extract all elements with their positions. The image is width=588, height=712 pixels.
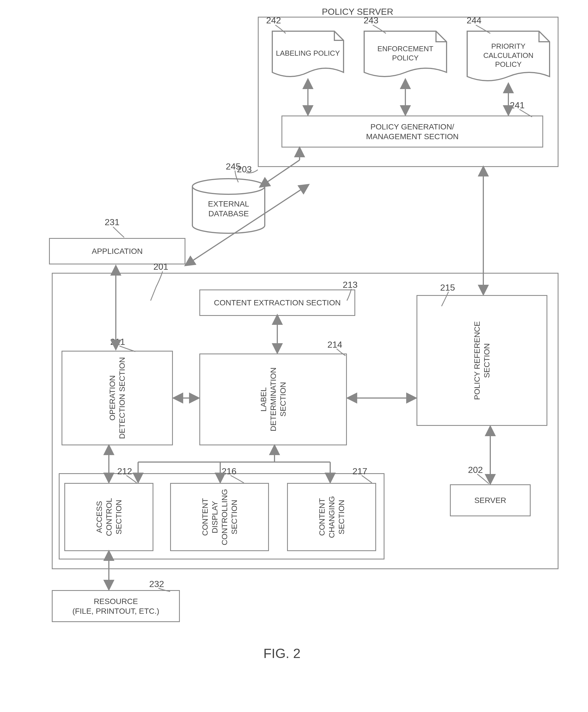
application-box: APPLICATION xyxy=(49,238,185,264)
ref-201: 201 xyxy=(153,262,168,272)
policy-gen-mgmt-label: POLICY GENERATION/ MANAGEMENT SECTION xyxy=(366,122,459,142)
operation-detection-label: OPERATION DETECTION SECTION xyxy=(107,357,127,439)
ref-217: 217 xyxy=(353,466,367,476)
server-label: SERVER xyxy=(475,495,506,505)
priority-calc-policy-doc: PRIORITY CALCULATION POLICY xyxy=(467,30,550,84)
ref-211: 211 xyxy=(110,337,125,347)
svg-point-0 xyxy=(192,179,265,194)
server-box: SERVER xyxy=(450,484,531,516)
external-database: EXTERNAL DATABASE xyxy=(191,178,266,234)
resource-box: RESOURCE (FILE, PRINTOUT, ETC.) xyxy=(52,590,180,622)
ref-213: 213 xyxy=(343,280,357,290)
ref-241: 241 xyxy=(510,100,525,110)
diagram-canvas: POLICY SERVER LABELING POLICY ENFORCEMEN… xyxy=(16,5,572,679)
enforcement-policy-doc: ENFORCEMENT POLICY xyxy=(363,30,447,79)
access-control-box: ACCESS CONTROL SECTION xyxy=(64,483,153,551)
access-control-label: ACCESS CONTROL SECTION xyxy=(94,486,124,548)
ref-245: 245 xyxy=(226,161,240,172)
policy-reference-label: POLICY REFERENCE SECTION xyxy=(472,321,492,400)
ref-215: 215 xyxy=(440,282,455,293)
label-determination-label: LABEL DETERMINATION SECTION xyxy=(259,367,288,431)
resource-label: RESOURCE (FILE, PRINTOUT, ETC.) xyxy=(72,597,159,616)
content-display-controlling-label: CONTENT DISPLAY CONTROLLING SECTION xyxy=(200,486,239,548)
figure-caption: FIG. 2 xyxy=(264,646,300,661)
application-label: APPLICATION xyxy=(91,246,143,256)
ref-216: 216 xyxy=(222,466,236,476)
ref-244: 244 xyxy=(467,15,481,26)
content-extraction-box: CONTENT EXTRACTION SECTION xyxy=(200,289,355,316)
policy-gen-mgmt-box: POLICY GENERATION/ MANAGEMENT SECTION xyxy=(281,115,543,148)
ref-242: 242 xyxy=(266,15,281,26)
ref-202: 202 xyxy=(468,465,483,475)
ref-231: 231 xyxy=(105,217,120,228)
policy-server-label: POLICY SERVER xyxy=(322,7,393,17)
content-extraction-label: CONTENT EXTRACTION SECTION xyxy=(214,298,340,307)
content-changing-label: CONTENT CHANGING SECTION xyxy=(317,486,346,548)
ref-214: 214 xyxy=(328,340,342,350)
content-changing-box: CONTENT CHANGING SECTION xyxy=(287,483,376,551)
label-determination-box: LABEL DETERMINATION SECTION xyxy=(200,353,347,445)
content-display-controlling-box: CONTENT DISPLAY CONTROLLING SECTION xyxy=(170,483,269,551)
policy-reference-box: POLICY REFERENCE SECTION xyxy=(417,295,547,426)
operation-detection-box: OPERATION DETECTION SECTION xyxy=(62,351,173,445)
labeling-policy-doc: LABELING POLICY xyxy=(272,30,344,79)
ref-212: 212 xyxy=(117,466,132,476)
ref-232: 232 xyxy=(149,579,164,589)
ref-243: 243 xyxy=(363,15,378,26)
